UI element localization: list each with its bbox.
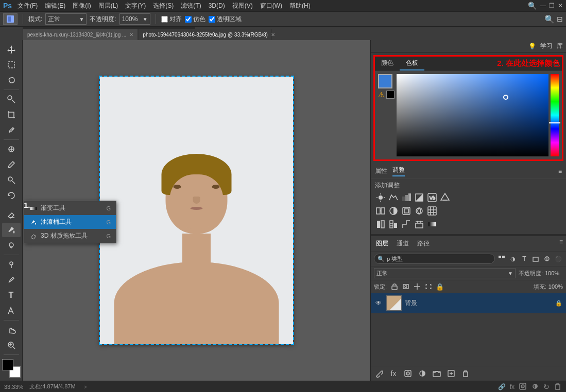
photo-filter-icon[interactable]: [401, 205, 412, 217]
fx-icon-status[interactable]: fx: [510, 383, 514, 390]
hand-tool-btn[interactable]: [2, 323, 21, 337]
paths-tab[interactable]: 路径: [415, 238, 432, 249]
panel-menu-icon[interactable]: ≡: [558, 168, 562, 175]
mask-icon-status[interactable]: [519, 382, 527, 391]
delete-layer-icon[interactable]: [460, 368, 471, 379]
clone-stamp-btn[interactable]: [2, 173, 21, 187]
lasso-tool-btn[interactable]: [2, 73, 21, 87]
gradient-tool-menu-item[interactable]: 渐变工具 G: [24, 201, 116, 215]
adjustments-tab-label[interactable]: 调整: [392, 166, 405, 176]
lock-all-icon[interactable]: 🔒: [435, 282, 444, 291]
crop-tool-btn[interactable]: [2, 108, 21, 122]
hue-slider[interactable]: [551, 74, 559, 156]
color-tab[interactable]: 颜色: [375, 57, 400, 70]
lock-artboard-icon[interactable]: [424, 282, 433, 291]
foreground-color-swatch[interactable]: [2, 359, 13, 370]
search-icon[interactable]: 🔍: [528, 2, 537, 10]
tab-1[interactable]: pexels-kha-ruxury-13134302_副本(1).jpg ...…: [23, 29, 138, 40]
restore-button[interactable]: ❐: [549, 2, 555, 9]
brush-tool-btn[interactable]: [2, 157, 21, 172]
color-swatches-toolbar[interactable]: [2, 359, 21, 378]
new-layer-icon[interactable]: [446, 368, 456, 379]
hsl-adj-icon[interactable]: [439, 192, 451, 203]
menu-edit[interactable]: 编辑(E): [42, 1, 68, 11]
filter-pixel-icon[interactable]: [497, 254, 506, 263]
blend-mode-dropdown[interactable]: 正常 ▼: [374, 268, 516, 278]
eyedropper-btn[interactable]: [2, 123, 21, 137]
selective-color-icon[interactable]: [414, 219, 425, 230]
3d-material-menu-item[interactable]: 3D 材质拖放工具 G: [24, 229, 116, 243]
new-adjustment-layer-icon[interactable]: [417, 368, 427, 379]
arrow-nav[interactable]: >: [84, 384, 87, 390]
brightness-adj-icon[interactable]: [375, 192, 386, 203]
vibrance-adj-icon[interactable]: Vb: [426, 192, 438, 203]
filter-shape-icon[interactable]: [531, 254, 540, 263]
invert-icon[interactable]: [375, 219, 386, 230]
properties-tab-label[interactable]: 属性: [375, 167, 387, 175]
search-icon-right[interactable]: 🔍: [544, 14, 555, 24]
align-checkbox[interactable]: [161, 16, 168, 23]
mode-dropdown[interactable]: 正常 ▼: [45, 13, 87, 25]
layers-tab[interactable]: 图层: [374, 238, 390, 249]
menu-select[interactable]: 选择(S): [150, 1, 177, 11]
color-balance-icon[interactable]: [375, 205, 386, 217]
learn-label[interactable]: 学习: [540, 42, 553, 50]
text-tool-btn[interactable]: T: [2, 288, 21, 302]
channels-tab[interactable]: 通道: [395, 238, 411, 249]
filter-adjustment-icon[interactable]: ◑: [508, 254, 518, 263]
curves-adj-icon[interactable]: [401, 192, 412, 203]
fill-value[interactable]: 100%: [548, 283, 563, 290]
new-group-icon[interactable]: [432, 368, 442, 379]
delete-icon-status[interactable]: [554, 382, 562, 391]
posterize-icon[interactable]: [388, 219, 399, 230]
tab-1-close[interactable]: ✕: [129, 32, 133, 38]
layer-icon-status[interactable]: [531, 382, 539, 391]
opacity-input[interactable]: 100% ▼: [119, 13, 150, 25]
gradient-map-icon[interactable]: [426, 219, 438, 230]
filter-text-icon[interactable]: T: [520, 254, 529, 263]
paint-bucket-btn[interactable]: [2, 223, 21, 237]
refresh-icon-status[interactable]: ↻: [543, 383, 550, 391]
tab-2-close[interactable]: ✕: [271, 32, 275, 38]
color-lookup-icon[interactable]: [426, 205, 438, 217]
minimize-button[interactable]: —: [540, 2, 546, 9]
exposure-adj-icon[interactable]: [414, 192, 425, 203]
blur-tool-btn[interactable]: [2, 238, 21, 253]
levels-adj-icon[interactable]: [388, 192, 399, 203]
menu-file[interactable]: 文件(F): [14, 1, 41, 11]
menu-help[interactable]: 帮助(H): [286, 1, 314, 11]
pen-tool-btn[interactable]: [2, 273, 21, 287]
library-icon[interactable]: 库: [557, 42, 563, 50]
menu-layer[interactable]: 图层(L): [95, 1, 122, 11]
layers-type-filter[interactable]: 🔍 ρ 类型: [374, 254, 495, 264]
menu-image[interactable]: 图像(I): [70, 1, 94, 11]
panel-arrange-icon[interactable]: ⊟: [557, 15, 563, 23]
black-white-icon[interactable]: [388, 205, 399, 217]
selection-tool-btn[interactable]: [2, 58, 21, 72]
healing-brush-btn[interactable]: [2, 142, 21, 156]
tab-2[interactable]: photo-1594470643046-8255fe0a.jpg @ 33.3%…: [138, 29, 272, 40]
menu-3d[interactable]: 3D(D): [205, 1, 228, 10]
lock-image-icon[interactable]: [401, 282, 410, 291]
menu-filter[interactable]: 滤镜(T): [178, 1, 204, 11]
transparency-checkbox[interactable]: [209, 16, 215, 23]
filter-toggle[interactable]: ⚫: [554, 254, 563, 263]
path-select-btn[interactable]: [2, 304, 21, 318]
menu-window[interactable]: 窗口(W): [257, 1, 285, 11]
magic-wand-btn[interactable]: [2, 92, 21, 106]
opacity-value[interactable]: 100%: [545, 270, 563, 276]
eraser-btn[interactable]: [2, 207, 21, 222]
menu-view[interactable]: 视图(V): [229, 1, 256, 11]
swatches-tab[interactable]: 色板: [400, 57, 424, 70]
history-brush-btn[interactable]: [2, 188, 21, 203]
lock-position-icon[interactable]: [413, 282, 422, 291]
zoom-tool-btn[interactable]: [2, 338, 21, 352]
lock-transparency-icon[interactable]: [390, 282, 399, 291]
paint-bucket-menu-item[interactable]: 油漆桶工具 G: [24, 215, 116, 229]
alt-color-swatch[interactable]: [386, 91, 395, 99]
link-layers-icon[interactable]: [374, 368, 384, 379]
layer-effects-icon[interactable]: fx: [388, 368, 399, 379]
add-mask-icon[interactable]: [403, 368, 413, 379]
filter-smart-icon[interactable]: [542, 254, 552, 263]
layer-visibility-toggle[interactable]: 👁: [374, 298, 383, 308]
